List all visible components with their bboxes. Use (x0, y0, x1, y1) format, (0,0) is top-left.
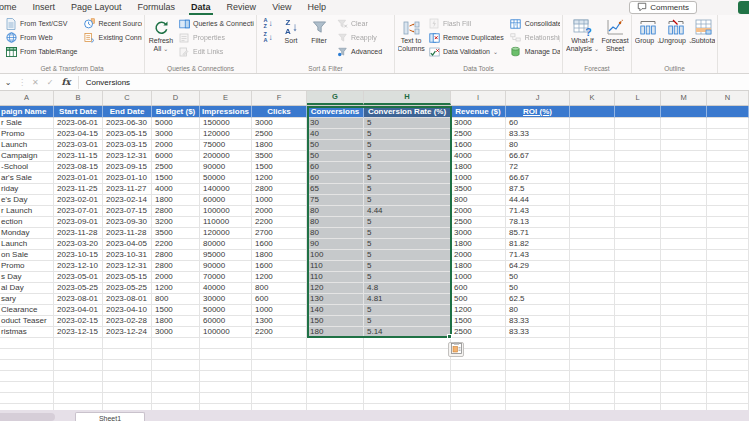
cell[interactable] (570, 195, 615, 206)
cell[interactable]: 78.13 (506, 217, 570, 228)
cell[interactable]: 150 (307, 316, 364, 327)
text-to-columns-button[interactable]: Text toColumns (398, 17, 424, 55)
cell[interactable]: 1000 (451, 173, 506, 184)
cell[interactable] (707, 316, 749, 327)
cell[interactable] (570, 261, 615, 272)
cell[interactable]: 83.33 (506, 316, 570, 327)
cell[interactable] (103, 371, 152, 382)
cell[interactable] (570, 140, 615, 151)
cell[interactable]: 1500 (152, 173, 200, 184)
cell[interactable]: 2500 (451, 129, 506, 140)
cell[interactable]: 3200 (152, 217, 200, 228)
cell[interactable] (307, 393, 364, 404)
cell[interactable] (252, 349, 307, 360)
cell[interactable]: 5 (364, 118, 451, 129)
cell[interactable] (0, 371, 54, 382)
cell[interactable]: 2500 (451, 217, 506, 228)
reapply-button[interactable]: Reapply (334, 31, 384, 44)
cell[interactable]: 2023-11-25 (54, 184, 103, 195)
cell[interactable] (103, 382, 152, 393)
cell[interactable]: 65 (307, 184, 364, 195)
cell[interactable] (506, 360, 570, 371)
cell[interactable] (570, 118, 615, 129)
cell[interactable] (364, 371, 451, 382)
cell[interactable] (364, 338, 451, 349)
header-cell[interactable]: Budget ($) (152, 106, 200, 118)
cell[interactable] (54, 349, 103, 360)
cell[interactable]: 4000 (152, 184, 200, 195)
cell[interactable]: 50 (307, 151, 364, 162)
cell[interactable]: 2023-08-01 (103, 294, 152, 305)
cell[interactable] (661, 140, 707, 151)
cell[interactable]: 3000 (451, 228, 506, 239)
cell[interactable]: 6000 (152, 151, 200, 162)
advanced-button[interactable]: Advanced (334, 45, 384, 58)
cell[interactable] (661, 316, 707, 327)
cell[interactable] (615, 283, 661, 294)
cell[interactable]: 110 (307, 272, 364, 283)
column-header-n[interactable]: N (707, 91, 749, 105)
cell[interactable]: 30000 (200, 294, 252, 305)
cell[interactable]: 120000 (200, 129, 252, 140)
cell[interactable]: 30 (307, 118, 364, 129)
cell[interactable] (152, 360, 200, 371)
cell[interactable] (570, 206, 615, 217)
cell[interactable]: 2023-04-05 (103, 239, 152, 250)
cell[interactable]: 5 (364, 217, 451, 228)
cell[interactable] (661, 360, 707, 371)
edit-links-button[interactable]: Edit Links (176, 45, 254, 58)
cell[interactable] (364, 349, 451, 360)
cell[interactable] (615, 250, 661, 261)
cell[interactable]: 800 (252, 283, 307, 294)
cell[interactable] (707, 162, 749, 173)
cell[interactable] (152, 371, 200, 382)
cell[interactable]: Promo (0, 261, 54, 272)
header-cell[interactable]: Revenue ($) (451, 106, 506, 118)
column-header-g[interactable]: G (307, 91, 364, 105)
cell[interactable]: 90 (307, 239, 364, 250)
cell[interactable] (0, 338, 54, 349)
cell[interactable] (54, 393, 103, 404)
ribbon-tab-data[interactable]: Data (183, 0, 219, 15)
cell[interactable]: 4.81 (364, 294, 451, 305)
existing-connections-button[interactable]: Existing Connections (81, 31, 142, 44)
cell[interactable]: 2023-11-15 (54, 151, 103, 162)
cell[interactable] (707, 239, 749, 250)
cell[interactable]: 50 (307, 140, 364, 151)
cell[interactable]: 2023-12-15 (54, 327, 103, 338)
cell[interactable]: 60 (307, 162, 364, 173)
cell[interactable] (615, 195, 661, 206)
cell[interactable]: 2023-10-15 (54, 250, 103, 261)
header-cell[interactable]: Conversion Rate (%) (364, 106, 451, 118)
cell[interactable] (615, 316, 661, 327)
cell[interactable] (707, 349, 749, 360)
cell[interactable]: 5 (364, 261, 451, 272)
cell[interactable]: 5 (364, 250, 451, 261)
data-validation-button[interactable]: Data Validation⌄ (426, 45, 506, 58)
cell[interactable]: 1500 (451, 316, 506, 327)
enter-icon[interactable]: ✓ (43, 78, 58, 87)
cell[interactable] (307, 338, 364, 349)
cell[interactable]: 100 (307, 250, 364, 261)
column-header-f[interactable]: F (252, 91, 307, 105)
cell[interactable] (252, 371, 307, 382)
cell[interactable]: 80 (506, 305, 570, 316)
cell[interactable] (615, 360, 661, 371)
cell[interactable] (615, 272, 661, 283)
cell[interactable]: oduct Teaser (0, 316, 54, 327)
cell[interactable]: 1800 (252, 250, 307, 261)
cell[interactable]: 2023-12-31 (103, 261, 152, 272)
cell[interactable] (661, 272, 707, 283)
cell[interactable]: 5 (364, 173, 451, 184)
cell[interactable] (615, 294, 661, 305)
cell[interactable] (570, 360, 615, 371)
cell[interactable] (615, 382, 661, 393)
cell[interactable]: 2023-05-15 (103, 272, 152, 283)
cell[interactable]: 1800 (152, 195, 200, 206)
cell[interactable]: 600 (451, 283, 506, 294)
cell[interactable]: 1500 (152, 305, 200, 316)
cell[interactable] (570, 162, 615, 173)
cell[interactable]: 95000 (200, 250, 252, 261)
cell[interactable]: 80 (307, 228, 364, 239)
cell[interactable]: 62.5 (506, 294, 570, 305)
